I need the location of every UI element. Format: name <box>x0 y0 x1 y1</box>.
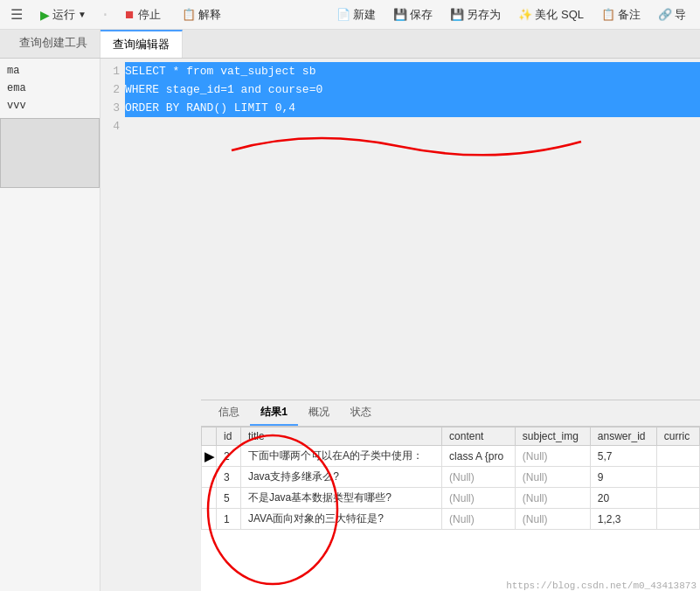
backup-button[interactable]: 📋 备注 <box>594 4 648 25</box>
sidebar-item-vvv[interactable]: vvv <box>0 97 100 115</box>
save-label: 保存 <box>410 7 433 23</box>
save-as-label: 另存为 <box>467 7 501 23</box>
stop-button[interactable]: ⏹ 停止 <box>117 4 168 25</box>
save-as-button[interactable]: 💾 另存为 <box>443 4 508 25</box>
cell-content: (Null) <box>442 488 516 509</box>
tab-query-builder[interactable]: 查询创建工具 <box>7 30 100 58</box>
line-num-4: 4 <box>100 117 120 136</box>
col-subject-img: subject_img <box>515 428 590 446</box>
row-indicator <box>202 488 217 509</box>
cell-answer-id: 20 <box>590 488 656 509</box>
col-id: id <box>217 428 241 446</box>
run-label: 运行 <box>52 7 75 23</box>
cell-curric <box>656 488 699 509</box>
divider1: · <box>100 6 110 24</box>
result-tab-info[interactable]: 信息 <box>208 400 250 426</box>
stop-icon: ⏹ <box>124 8 135 21</box>
bottom-panel: 信息 结果1 概况 状态 id title content subject_im… <box>201 400 700 591</box>
tab-query-editor[interactable]: 查询编辑器 <box>100 30 183 58</box>
cell-subject-img: (Null) <box>515 488 590 509</box>
query-tabs: 查询创建工具 查询编辑器 <box>0 30 700 59</box>
result-tab-overview[interactable]: 概况 <box>298 400 340 426</box>
play-icon: ▶ <box>40 8 50 22</box>
table-row[interactable]: ▶ 2 下面中哪两个可以在A的子类中使用： class A {pro (Null… <box>202 446 700 467</box>
table-row[interactable]: 1 JAVA面向对象的三大特征是? (Null) (Null) 1,2,3 <box>202 509 700 530</box>
col-content: content <box>442 428 516 446</box>
cell-content: class A {pro <box>442 446 516 467</box>
row-indicator <box>202 467 217 488</box>
cell-content: (Null) <box>442 509 516 530</box>
backup-label: 备注 <box>618 7 641 23</box>
sidebar: ma ema vvv <box>0 59 100 591</box>
table-header-row: id title content subject_img answer_id c… <box>202 428 700 446</box>
export-icon: 🔗 <box>658 8 672 21</box>
code-line-2: WHERE stage_id=1 and course=0 <box>125 80 700 99</box>
save-button[interactable]: 💾 保存 <box>386 4 440 25</box>
toolbar-right: 📄 新建 💾 保存 💾 另存为 ✨ 美化 SQL 📋 备注 🔗 导 <box>329 4 693 25</box>
cell-id: 2 <box>217 446 241 467</box>
table-row[interactable]: 3 Java支持多继承么? (Null) (Null) 9 <box>202 467 700 488</box>
code-line-3: ORDER BY RAND() LIMIT 0,4 <box>125 99 700 117</box>
explain-icon: 📋 <box>182 8 196 21</box>
result-tabs: 信息 结果1 概况 状态 <box>201 400 700 427</box>
cell-id: 1 <box>217 509 241 530</box>
code-line-4 <box>125 117 700 136</box>
result-tab-status[interactable]: 状态 <box>340 400 382 426</box>
code-editor[interactable]: 1 2 3 4 SELECT * from vat_subject sb WHE… <box>100 59 700 139</box>
cell-answer-id: 9 <box>590 467 656 488</box>
explain-label: 解释 <box>198 7 221 23</box>
cell-subject-img: (Null) <box>515 467 590 488</box>
code-line-1: SELECT * from vat_subject sb <box>125 62 700 80</box>
line-num-3: 3 <box>100 99 120 117</box>
stop-label: 停止 <box>138 7 161 23</box>
explain-button[interactable]: 📋 解释 <box>175 4 228 25</box>
line-num-2: 2 <box>100 80 120 99</box>
backup-icon: 📋 <box>601 8 615 21</box>
cell-title: Java支持多继承么? <box>240 467 441 488</box>
cell-answer-id: 5,7 <box>590 446 656 467</box>
cell-content: (Null) <box>442 467 516 488</box>
result-table-wrapper[interactable]: id title content subject_img answer_id c… <box>201 427 700 591</box>
export-label: 导 <box>675 7 686 23</box>
cell-curric <box>656 446 699 467</box>
row-indicator <box>202 509 217 530</box>
table-row[interactable]: 5 不是Java基本数据类型有哪些? (Null) (Null) 20 <box>202 488 700 509</box>
new-label: 新建 <box>353 7 376 23</box>
cell-id: 3 <box>217 467 241 488</box>
col-indicator <box>202 428 217 446</box>
cell-curric <box>656 467 699 488</box>
new-button[interactable]: 📄 新建 <box>329 4 383 25</box>
result-table: id title content subject_img answer_id c… <box>201 427 700 530</box>
col-title: title <box>240 428 441 446</box>
beautify-icon: ✨ <box>518 8 532 21</box>
cell-id: 5 <box>217 488 241 509</box>
line-numbers: 1 2 3 4 <box>100 62 125 136</box>
code-lines: SELECT * from vat_subject sb WHERE stage… <box>125 62 700 136</box>
col-curric: curric <box>656 428 699 446</box>
watermark: https://blog.csdn.net/m0_43413873 <box>506 581 697 591</box>
editor-container: 1 2 3 4 SELECT * from vat_subject sb WHE… <box>100 59 700 591</box>
line-num-1: 1 <box>100 62 120 80</box>
beautify-label: 美化 SQL <box>535 7 584 23</box>
save-icon: 💾 <box>393 8 407 21</box>
export-button[interactable]: 🔗 导 <box>651 4 693 25</box>
cell-curric <box>656 509 699 530</box>
row-indicator: ▶ <box>202 446 217 467</box>
cell-title: 下面中哪两个可以在A的子类中使用： <box>240 446 441 467</box>
cell-subject-img: (Null) <box>515 446 590 467</box>
sidebar-item-ma[interactable]: ma <box>0 62 100 80</box>
col-answer-id: answer_id <box>590 428 656 446</box>
main-area: ma ema vvv 1 2 3 4 SELECT * from vat_sub… <box>0 59 700 591</box>
run-button[interactable]: ▶ 运行 ▼ <box>33 4 94 25</box>
save-as-icon: 💾 <box>450 8 464 21</box>
toolbar: ☰ ▶ 运行 ▼ · ⏹ 停止 📋 解释 📄 新建 💾 保存 💾 另存为 ✨ 美… <box>0 0 700 30</box>
cell-title: JAVA面向对象的三大特征是? <box>240 509 441 530</box>
beautify-button[interactable]: ✨ 美化 SQL <box>511 4 591 25</box>
menu-icon[interactable]: ☰ <box>7 4 26 25</box>
run-dropdown-icon[interactable]: ▼ <box>78 10 87 19</box>
result-tab-result1[interactable]: 结果1 <box>250 400 298 426</box>
sidebar-item-ema[interactable]: ema <box>0 80 100 97</box>
cell-subject-img: (Null) <box>515 509 590 530</box>
cell-title: 不是Java基本数据类型有哪些? <box>240 488 441 509</box>
new-icon: 📄 <box>336 8 350 21</box>
